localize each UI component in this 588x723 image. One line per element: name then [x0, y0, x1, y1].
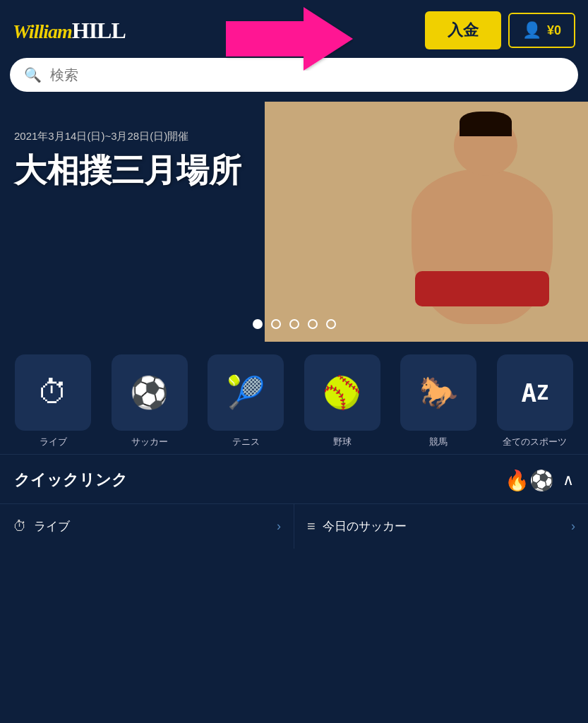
banner-title: 大相撲三月場所 — [14, 152, 241, 189]
banner-image — [265, 102, 588, 342]
dot-5[interactable] — [326, 319, 336, 329]
sumo-hair — [460, 112, 512, 136]
sumo-belt — [415, 271, 549, 306]
deposit-button[interactable]: 入金 — [425, 11, 501, 49]
baseball-label: 野球 — [333, 436, 352, 448]
logo-hill: HILL — [72, 18, 126, 43]
quick-links-right: 🔥⚽ ∧ — [505, 469, 574, 492]
horse-icon-box: 🐎 — [400, 354, 476, 431]
quick-links-title: クイックリンク — [14, 470, 128, 491]
dot-3[interactable] — [289, 319, 299, 329]
dot-2[interactable] — [271, 319, 281, 329]
logo: WilliamHILL — [13, 18, 126, 44]
header-buttons: 入金 👤 ¥0 — [425, 11, 575, 49]
horse-label: 競馬 — [429, 436, 448, 448]
quick-link-soccer-left: ≡ 今日のサッカー — [307, 518, 407, 534]
logo-text: WilliamHILL — [13, 18, 126, 44]
quick-link-live-left: ⏱ ライブ — [13, 518, 70, 534]
search-icon: 🔍 — [24, 66, 42, 83]
soccer-icon-box: ⚽ — [112, 354, 188, 431]
quick-link-soccer-label: 今日のサッカー — [323, 518, 407, 534]
live-quick-icon: ⏱ — [13, 518, 27, 534]
sports-grid: ⏱ ライブ ⚽ サッカー 🎾 テニス 🥎 野球 🐎 競馬 AZ 全てのスポーツ — [0, 342, 588, 455]
account-balance: ¥0 — [547, 23, 561, 38]
dot-1[interactable] — [253, 319, 263, 329]
quick-links-grid: ⏱ ライブ › ≡ 今日のサッカー › — [0, 504, 588, 549]
quick-links-header: クイックリンク 🔥⚽ ∧ — [0, 455, 588, 504]
soccer-chevron-icon: › — [571, 519, 575, 534]
all-sports-label: 全てのスポーツ — [503, 436, 567, 448]
search-input[interactable] — [50, 67, 564, 83]
live-icon-box: ⏱ — [15, 354, 91, 431]
sport-item-live[interactable]: ⏱ ライブ — [8, 354, 98, 448]
sport-item-baseball[interactable]: 🥎 野球 — [298, 354, 388, 448]
all-sports-icon-box: AZ — [497, 354, 573, 431]
quick-link-soccer-today[interactable]: ≡ 今日のサッカー › — [294, 504, 588, 549]
soccer-quick-icon: ≡ — [307, 518, 316, 534]
tennis-label: テニス — [232, 436, 260, 448]
banner-text: 2021年3月14日(日)~3月28日(日)開催 大相撲三月場所 — [14, 130, 241, 189]
live-chevron-icon: › — [277, 519, 281, 534]
sport-item-tennis[interactable]: 🎾 テニス — [201, 354, 291, 448]
baseball-icon-box: 🥎 — [304, 354, 380, 431]
tennis-icon-box: 🎾 — [208, 354, 284, 431]
banner-date: 2021年3月14日(日)~3月28日(日)開催 — [14, 130, 241, 143]
header: WilliamHILL 入金 👤 ¥0 — [0, 0, 588, 58]
quick-link-live-label: ライブ — [34, 518, 70, 534]
account-button[interactable]: 👤 ¥0 — [508, 13, 575, 48]
soccer-fire-icon: 🔥⚽ — [505, 469, 554, 492]
live-label: ライブ — [40, 436, 67, 448]
sport-item-all[interactable]: AZ 全てのスポーツ — [491, 354, 580, 448]
sport-item-horse[interactable]: 🐎 競馬 — [394, 354, 484, 448]
search-bar: 🔍 — [10, 58, 578, 92]
sport-item-soccer[interactable]: ⚽ サッカー — [105, 354, 195, 448]
banner-dots — [253, 319, 336, 329]
chevron-up-icon[interactable]: ∧ — [563, 471, 574, 489]
dot-4[interactable] — [308, 319, 318, 329]
user-icon: 👤 — [522, 21, 541, 40]
logo-william: William — [13, 20, 72, 42]
soccer-label: サッカー — [131, 436, 168, 448]
quick-link-live[interactable]: ⏱ ライブ › — [0, 504, 294, 549]
banner: 2021年3月14日(日)~3月28日(日)開催 大相撲三月場所 — [0, 102, 588, 342]
